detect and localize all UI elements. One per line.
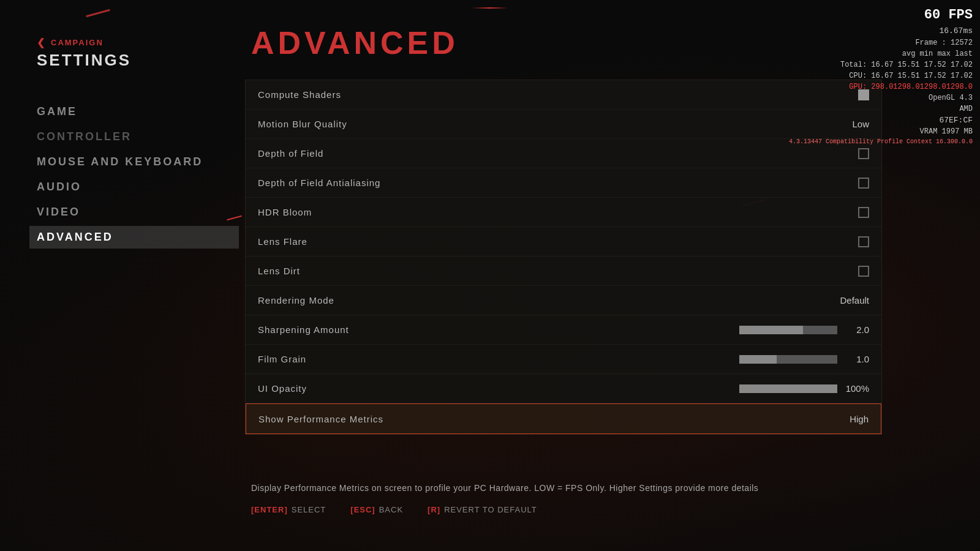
description-area: Display Performance Metrics on screen to…: [245, 483, 882, 514]
setting-ui-opacity[interactable]: UI Opacity 100%: [246, 374, 881, 403]
show-perf-label: Show Performance Metrics: [258, 414, 383, 424]
film-grain-slider-fill: [739, 355, 777, 364]
perf-amd: AMD: [789, 103, 973, 114]
performance-overlay: 60 FPS 16.67ms Frame : 12572 avg min max…: [789, 5, 973, 146]
lens-flare-label: Lens Flare: [258, 236, 307, 247]
compute-shaders-label: Compute Shaders: [258, 89, 341, 100]
sharpening-slider-container[interactable]: 2.0: [739, 324, 869, 335]
setting-motion-blur[interactable]: Motion Blur Quality Low: [246, 110, 881, 139]
sidebar-item-video[interactable]: VIDEO: [37, 201, 239, 223]
show-perf-value: High: [850, 414, 869, 424]
setting-depth-of-field[interactable]: Depth of Field: [246, 139, 881, 168]
perf-gpu: GPU: 298.01298.01298.01298.0: [789, 81, 973, 92]
fps-counter: 60 FPS: [789, 5, 973, 25]
lens-dirt-value: [858, 266, 869, 277]
perf-compat: 4.3.13447 Compatibility Profile Context …: [789, 137, 973, 146]
frame-time: 16.67ms: [789, 25, 973, 37]
back-label: CAMPAIGN: [51, 38, 104, 47]
sharpening-slider-value: 2.0: [845, 324, 869, 335]
perf-vram: VRAM 1997 MB: [789, 126, 973, 137]
back-arrow-icon: ❮: [37, 37, 46, 48]
sidebar: ❮ CAMPAIGN SETTINGS GAME CONTROLLER MOUS…: [0, 0, 239, 551]
setting-lens-flare[interactable]: Lens Flare: [246, 227, 881, 257]
main-content: ADVANCED Compute Shaders Motion Blur Qua…: [245, 0, 882, 551]
settings-panel: Compute Shaders Motion Blur Quality Low …: [245, 80, 882, 435]
setting-lens-dirt[interactable]: Lens Dirt: [246, 257, 881, 286]
perf-header: avg min max last: [789, 48, 973, 59]
perf-total: Total: 16.67 15.51 17.52 17.02: [789, 59, 973, 70]
perf-cpu: CPU: 16.67 15.51 17.52 17.02: [789, 70, 973, 81]
ui-opacity-label: UI Opacity: [258, 383, 307, 394]
film-grain-slider-value: 1.0: [845, 354, 869, 364]
sidebar-item-controller[interactable]: CONTROLLER: [37, 126, 239, 148]
perf-opengl: OpenGL 4.3: [789, 92, 973, 103]
control-enter: [ENTER] SELECT: [251, 505, 326, 514]
ui-opacity-slider-value: 100%: [845, 383, 869, 394]
rendering-mode-label: Rendering Mode: [258, 295, 334, 305]
page-title: ADVANCED: [251, 0, 882, 80]
depth-of-field-checkbox[interactable]: [858, 148, 869, 159]
ui-opacity-value: 100%: [739, 383, 869, 394]
setting-show-perf-metrics[interactable]: Show Performance Metrics High: [246, 403, 881, 434]
setting-rendering-mode[interactable]: Rendering Mode Default: [246, 286, 881, 315]
control-revert: [R] REVERT TO DEFAULT: [428, 505, 537, 514]
sharpening-slider-track[interactable]: [739, 326, 837, 334]
control-esc-key: [ESC]: [350, 505, 375, 514]
sidebar-item-advanced[interactable]: ADVANCED: [29, 226, 239, 249]
control-enter-label: SELECT: [292, 505, 326, 514]
film-grain-slider-track[interactable]: [739, 355, 837, 364]
film-grain-value: 1.0: [739, 354, 869, 364]
sharpening-value: 2.0: [739, 324, 869, 335]
sidebar-title: SETTINGS: [37, 51, 239, 70]
hdr-bloom-checkbox[interactable]: [858, 207, 869, 218]
depth-antialiasing-value: [858, 178, 869, 189]
lens-flare-value: [858, 236, 869, 247]
control-revert-label: REVERT TO DEFAULT: [444, 505, 537, 514]
depth-of-field-label: Depth of Field: [258, 148, 323, 159]
ui-opacity-slider-fill: [739, 384, 837, 393]
lens-flare-checkbox[interactable]: [858, 236, 869, 247]
depth-of-field-value: [858, 148, 869, 159]
control-revert-key: [R]: [428, 505, 440, 514]
setting-film-grain[interactable]: Film Grain 1.0: [246, 345, 881, 374]
sharpening-label: Sharpening Amount: [258, 324, 349, 335]
film-grain-slider-container[interactable]: 1.0: [739, 354, 869, 364]
depth-antialiasing-checkbox[interactable]: [858, 178, 869, 189]
setting-hdr-bloom[interactable]: HDR Bloom: [246, 198, 881, 227]
sidebar-item-audio[interactable]: AUDIO: [37, 176, 239, 198]
lens-dirt-checkbox[interactable]: [858, 266, 869, 277]
control-esc: [ESC] BACK: [350, 505, 403, 514]
setting-depth-antialiasing[interactable]: Depth of Field Antialiasing: [246, 168, 881, 198]
control-esc-label: BACK: [379, 505, 403, 514]
rendering-mode-value: Default: [840, 295, 869, 305]
depth-antialiasing-label: Depth of Field Antialiasing: [258, 178, 380, 188]
sidebar-item-game[interactable]: GAME: [37, 100, 239, 123]
control-enter-key: [ENTER]: [251, 505, 288, 514]
description-text: Display Performance Metrics on screen to…: [251, 483, 882, 493]
frame-number: Frame : 12572: [789, 37, 973, 48]
hdr-bloom-label: HDR Bloom: [258, 207, 312, 217]
perf-device: 67EF:CF: [789, 114, 973, 127]
lens-dirt-label: Lens Dirt: [258, 266, 300, 276]
setting-compute-shaders[interactable]: Compute Shaders: [246, 80, 881, 110]
hdr-bloom-value: [858, 207, 869, 218]
sharpening-slider-fill: [739, 326, 803, 334]
sidebar-item-mouse[interactable]: MOUSE AND KEYBOARD: [37, 151, 239, 173]
ui-opacity-slider-track[interactable]: [739, 384, 837, 393]
controls-bar: [ENTER] SELECT [ESC] BACK [R] REVERT TO …: [251, 505, 882, 514]
motion-blur-label: Motion Blur Quality: [258, 119, 347, 129]
nav-menu: GAME CONTROLLER MOUSE AND KEYBOARD AUDIO…: [37, 100, 239, 249]
ui-opacity-slider-container[interactable]: 100%: [739, 383, 869, 394]
back-link[interactable]: ❮ CAMPAIGN: [37, 37, 239, 48]
film-grain-label: Film Grain: [258, 354, 306, 364]
setting-sharpening[interactable]: Sharpening Amount 2.0: [246, 315, 881, 345]
